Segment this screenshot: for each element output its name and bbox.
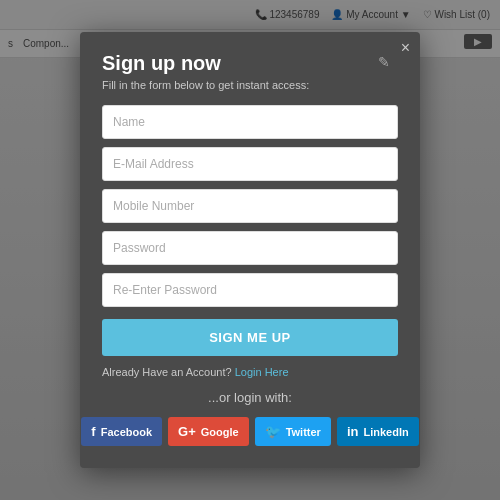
twitter-label: Twitter [286,426,321,438]
email-input[interactable] [102,147,398,181]
twitter-icon: 🐦 [265,424,281,439]
facebook-label: Facebook [101,426,152,438]
linkedin-icon: in [347,424,359,439]
modal-title: Sign up now [102,52,398,75]
mobile-input[interactable] [102,189,398,223]
login-here-link[interactable]: Login Here [235,366,289,378]
reenter-password-input[interactable] [102,273,398,307]
modal-subtitle: Fill in the form below to get instant ac… [102,79,398,91]
name-field-group [102,105,398,139]
google-label: Google [201,426,239,438]
linkedin-label: LinkedIn [363,426,408,438]
pencil-icon: ✎ [378,54,390,70]
or-login-text: ...or login with: [102,390,398,405]
facebook-icon: f [91,424,95,439]
close-button[interactable]: × [401,40,410,56]
signup-button[interactable]: SIGN ME UP [102,319,398,356]
already-account-text: Already Have an Account? Login Here [102,366,398,378]
linkedin-login-button[interactable]: in LinkedIn [337,417,419,446]
social-login-buttons: f Facebook G+ Google 🐦 Twitter in Linked… [102,417,398,446]
google-icon: G+ [178,424,196,439]
password-field-group [102,231,398,265]
google-login-button[interactable]: G+ Google [168,417,249,446]
twitter-login-button[interactable]: 🐦 Twitter [255,417,331,446]
reenter-password-field-group [102,273,398,307]
name-input[interactable] [102,105,398,139]
email-field-group [102,147,398,181]
signup-modal: × ✎ Sign up now Fill in the form below t… [80,32,420,468]
password-input[interactable] [102,231,398,265]
mobile-field-group [102,189,398,223]
facebook-login-button[interactable]: f Facebook [81,417,162,446]
